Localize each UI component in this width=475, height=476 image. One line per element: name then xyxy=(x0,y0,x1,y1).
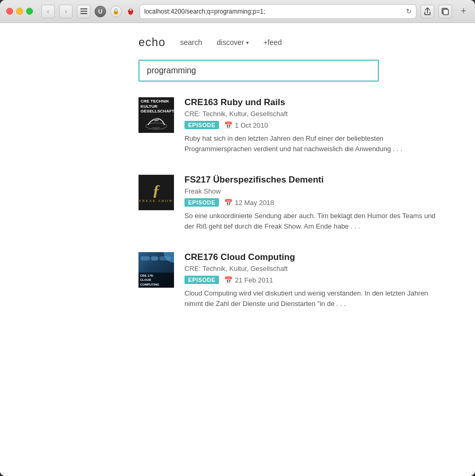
result-meta: EPISODE 📅 21 Feb 2011 xyxy=(184,276,442,284)
add-tab-button[interactable]: + xyxy=(458,6,469,17)
result-thumbnail[interactable]: ƒ FREAK SHOW xyxy=(138,175,174,210)
calendar-icon: 📅 xyxy=(224,121,233,129)
result-podcast: CRE: Technik, Kultur, Gesellschaft xyxy=(184,265,442,273)
result-description: Ruby hat sich in den letzten Jahren den … xyxy=(184,133,442,154)
minimize-window-button[interactable] xyxy=(16,8,23,15)
share-button[interactable] xyxy=(421,5,434,18)
result-thumbnail[interactable]: CRE TECHNIKKULTURGESELLSCHAFT xyxy=(138,97,174,133)
svg-point-11 xyxy=(154,118,159,121)
calendar-icon: 📅 xyxy=(224,276,233,284)
maximize-window-button[interactable] xyxy=(26,8,33,15)
svg-rect-2 xyxy=(80,13,87,14)
result-date: 📅 21 Feb 2011 xyxy=(224,276,273,284)
nav-discover-link[interactable]: discover ▾ xyxy=(217,38,249,47)
back-button[interactable]: ‹ xyxy=(41,5,55,18)
result-meta: EPISODE 📅 12 May 2018 xyxy=(184,198,442,207)
nav-search-link[interactable]: search xyxy=(180,38,202,47)
angular-icon xyxy=(126,7,135,16)
result-podcast: CRE: Technik, Kultur, Gesellschaft xyxy=(184,110,442,118)
svg-rect-0 xyxy=(80,8,87,9)
close-window-button[interactable] xyxy=(6,8,13,15)
search-input[interactable] xyxy=(138,60,379,82)
user-icon: U xyxy=(98,8,102,15)
share-icon xyxy=(424,7,431,16)
browser-titlebar: ‹ › U 🔒 loc xyxy=(0,0,475,23)
episode-badge: EPISODE xyxy=(184,198,219,207)
result-info: CRE163 Ruby und Rails CRE: Technik, Kult… xyxy=(184,97,442,154)
sidebar-icon xyxy=(80,8,87,14)
discover-label: discover xyxy=(217,38,244,47)
result-title[interactable]: CRE163 Ruby und Rails xyxy=(184,97,442,108)
discover-dropdown-arrow: ▾ xyxy=(246,40,249,46)
browser-content: echo search discover ▾ +feed CRE TECHNIK… xyxy=(0,23,475,476)
newtab-button[interactable] xyxy=(438,5,452,18)
result-info: CRE176 Cloud Computing CRE: Technik, Kul… xyxy=(184,252,442,309)
episode-badge: EPISODE xyxy=(184,276,219,284)
forward-icon: › xyxy=(65,8,67,15)
result-date: 📅 12 May 2018 xyxy=(224,199,274,207)
newtab-icon xyxy=(442,8,449,15)
forward-button[interactable]: › xyxy=(59,5,73,18)
result-item: CRE TECHNIKKULTURGESELLSCHAFT CRE163 xyxy=(138,97,442,154)
app-logo[interactable]: echo xyxy=(138,36,166,49)
result-item: CRE 176:CLOUDCOMPUTING CRE176 Cloud Comp… xyxy=(138,252,442,309)
address-bar[interactable]: localhost:4200/search;q=programming;p=1;… xyxy=(140,4,416,19)
result-thumbnail[interactable]: CRE 176:CLOUDCOMPUTING xyxy=(138,252,174,288)
lock-icon: 🔒 xyxy=(112,8,120,15)
nav-feed-link[interactable]: +feed xyxy=(263,38,282,47)
lock-button[interactable]: 🔒 xyxy=(110,6,122,17)
result-description: So eine unkoordinierte Sendung aber auch… xyxy=(184,211,442,231)
browser-window: ‹ › U 🔒 loc xyxy=(0,0,475,476)
app-navbar: echo search discover ▾ +feed xyxy=(138,23,475,60)
sidebar-toggle-button[interactable] xyxy=(77,5,90,18)
result-date: 📅 1 Oct 2010 xyxy=(224,121,268,129)
plus-icon: + xyxy=(461,6,467,17)
search-section xyxy=(138,60,475,82)
user-button[interactable]: U xyxy=(95,6,106,17)
results-list: CRE TECHNIKKULTURGESELLSCHAFT CRE163 xyxy=(138,97,442,309)
result-description: Cloud Computing wird viel diskutiert und… xyxy=(184,288,442,309)
result-podcast: Freak Show xyxy=(184,187,442,195)
back-icon: ‹ xyxy=(47,8,49,15)
svg-marker-3 xyxy=(131,8,133,10)
result-meta: EPISODE 📅 1 Oct 2010 xyxy=(184,121,442,129)
result-title[interactable]: CRE176 Cloud Computing xyxy=(184,252,442,263)
calendar-icon: 📅 xyxy=(224,199,233,207)
result-info: FS217 Überspezifisches Dementi Freak Sho… xyxy=(184,175,442,231)
traffic-lights xyxy=(6,8,33,15)
episode-badge: EPISODE xyxy=(184,121,219,129)
result-item: ƒ FREAK SHOW FS217 Überspezifisches Deme… xyxy=(138,175,442,231)
refresh-button[interactable]: ↻ xyxy=(406,7,412,15)
svg-rect-1 xyxy=(80,11,87,12)
result-title[interactable]: FS217 Überspezifisches Dementi xyxy=(184,175,442,185)
svg-marker-4 xyxy=(128,8,131,10)
url-text: localhost:4200/search;q=programming;p=1; xyxy=(144,8,403,15)
svg-rect-9 xyxy=(443,9,448,15)
